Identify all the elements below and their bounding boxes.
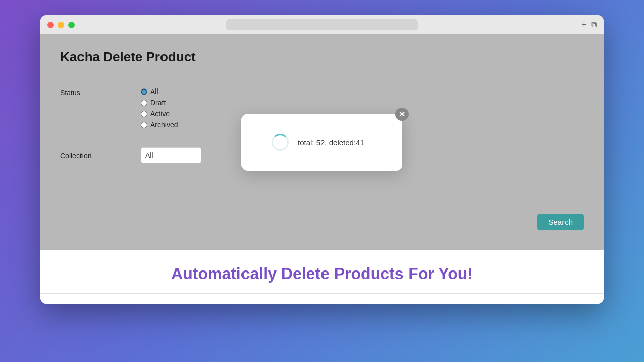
bottom-divider [40, 293, 604, 294]
traffic-light-close[interactable] [47, 22, 54, 28]
loading-spinner [272, 134, 289, 151]
progress-modal: ✕ total: 52, deleted:41 [242, 114, 403, 171]
tagline-text: Automatically Delete Products For You! [40, 264, 604, 283]
close-icon: ✕ [399, 110, 405, 118]
modal-status-text: total: 52, deleted:41 [298, 138, 364, 147]
new-tab-icon[interactable]: + [582, 20, 586, 29]
browser-actions: + ⧉ [582, 20, 597, 29]
tagline-section: Automatically Delete Products For You! [40, 250, 604, 304]
browser-window: + ⧉ Kacha Delete Product Status All Draf… [40, 15, 604, 304]
modal-close-button[interactable]: ✕ [395, 108, 409, 121]
address-bar[interactable] [226, 19, 418, 30]
app-content: Kacha Delete Product Status All Draft Ac… [40, 34, 604, 250]
window-icon[interactable]: ⧉ [591, 20, 597, 29]
traffic-light-minimize[interactable] [58, 22, 64, 28]
modal-overlay: ✕ total: 52, deleted:41 [40, 34, 604, 250]
traffic-light-maximize[interactable] [68, 22, 75, 28]
browser-titlebar: + ⧉ [40, 15, 604, 34]
